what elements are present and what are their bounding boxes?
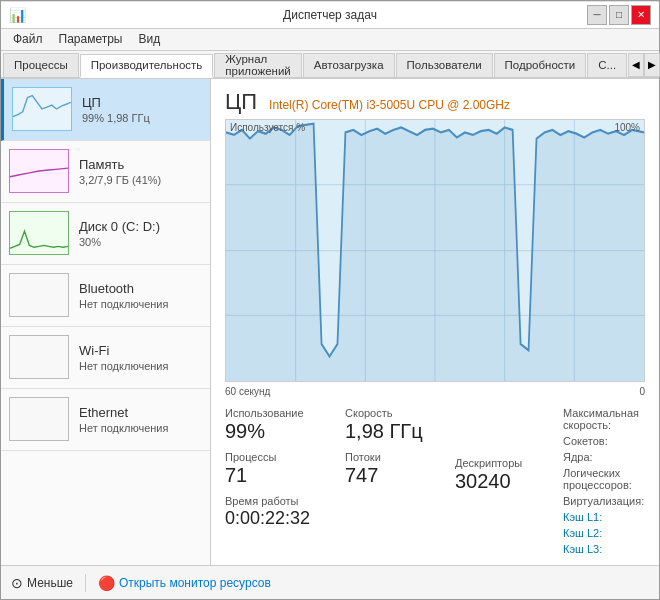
app-icon: 📊 xyxy=(9,7,26,23)
cpu-name: ЦП xyxy=(82,95,202,110)
chart-label-bottom-left: 60 секунд xyxy=(225,386,270,397)
threads-value: 747 xyxy=(345,464,455,487)
tab-bar: Процессы Производительность Журнал прило… xyxy=(1,51,659,79)
svg-rect-2 xyxy=(10,212,68,254)
restore-button[interactable]: □ xyxy=(609,5,629,25)
less-button[interactable]: ⊙ Меньше xyxy=(11,575,73,591)
tab-scroll: ◀ ▶ xyxy=(628,53,660,77)
sidebar-item-memory[interactable]: Память 3,2/7,9 ГБ (41%) xyxy=(1,141,210,203)
processes-label: Процессы xyxy=(225,451,345,463)
tab-app-history[interactable]: Журнал приложений xyxy=(214,53,301,77)
right-panel: ЦП Intel(R) Core(TM) i3-5005U CPU @ 2.00… xyxy=(211,79,659,565)
tab-users[interactable]: Пользователи xyxy=(396,53,493,77)
uptime-value: 0:00:22:32 xyxy=(225,508,345,529)
memory-detail: 3,2/7,9 ГБ (41%) xyxy=(79,174,202,186)
title-bar-left: 📊 xyxy=(9,7,26,23)
ethernet-info: Ethernet Нет подключения xyxy=(79,405,202,434)
threads-group: Потоки 747 xyxy=(345,449,455,489)
tab-more[interactable]: С... xyxy=(587,53,627,77)
memory-mini-graph xyxy=(9,149,69,193)
wifi-detail: Нет подключения xyxy=(79,360,202,372)
monitor-icon: 🔴 xyxy=(98,575,115,591)
title-bar: 📊 Диспетчер задач ─ □ ✕ xyxy=(1,1,659,29)
chart-label-topright: 100% xyxy=(614,122,640,133)
tab-scroll-left[interactable]: ◀ xyxy=(628,53,644,77)
utilization-label: Использование xyxy=(225,407,345,419)
cpu-info: ЦП 99% 1,98 ГГц xyxy=(82,95,202,124)
empty-group xyxy=(455,405,555,445)
speed-value: 1,98 ГГц xyxy=(345,420,455,443)
tab-performance[interactable]: Производительность xyxy=(80,54,214,78)
right-stats-panel: Максимальная скорость: Сокетов: Ядра: Ло… xyxy=(555,405,645,555)
uptime-label: Время работы xyxy=(225,495,345,507)
sidebar-item-ethernet[interactable]: Ethernet Нет подключения xyxy=(1,389,210,451)
utilization-group: Использование 99% xyxy=(225,405,345,445)
disk-name: Диск 0 (C: D:) xyxy=(79,219,202,234)
chart-label-bottom-right: 0 xyxy=(639,386,645,397)
logical-label: Логических процессоров: xyxy=(563,467,645,491)
menu-view[interactable]: Вид xyxy=(130,30,168,48)
tab-startup[interactable]: Автозагрузка xyxy=(303,53,395,77)
descriptors-group: Дескрипторы 30240 xyxy=(455,455,555,495)
minimize-button[interactable]: ─ xyxy=(587,5,607,25)
sidebar-item-bluetooth[interactable]: Bluetooth Нет подключения xyxy=(1,265,210,327)
main-content: ЦП 99% 1,98 ГГц Память 3,2/7,9 ГБ (41%) xyxy=(1,79,659,565)
window-frame: 📊 Диспетчер задач ─ □ ✕ Файл Параметры В… xyxy=(0,0,660,600)
utilization-value: 99% xyxy=(225,420,345,443)
threads-label: Потоки xyxy=(345,451,455,463)
stats-mid: Скорость 1,98 ГГц Потоки 747 xyxy=(345,405,455,555)
chart-labels-bottom: 60 секунд 0 xyxy=(225,386,645,397)
cpu-chart-area: Используется % 100% xyxy=(225,119,645,382)
menu-settings[interactable]: Параметры xyxy=(51,30,131,48)
chart-label-top: Используется % xyxy=(230,122,305,133)
title-bar-controls: ─ □ ✕ xyxy=(587,5,651,25)
speed-label: Скорость xyxy=(345,407,455,419)
cache-l1-label: Кэш L1: xyxy=(563,511,645,523)
memory-name: Память xyxy=(79,157,202,172)
sidebar: ЦП 99% 1,98 ГГц Память 3,2/7,9 ГБ (41%) xyxy=(1,79,211,565)
bluetooth-info: Bluetooth Нет подключения xyxy=(79,281,202,310)
menu-bar: Файл Параметры Вид xyxy=(1,29,659,51)
bluetooth-detail: Нет подключения xyxy=(79,298,202,310)
ethernet-mini-graph xyxy=(9,397,69,441)
tab-scroll-right[interactable]: ▶ xyxy=(644,53,660,77)
max-speed-label: Максимальная скорость: xyxy=(563,407,645,431)
sidebar-item-cpu[interactable]: ЦП 99% 1,98 ГГц xyxy=(1,79,210,141)
sidebar-item-disk[interactable]: Диск 0 (C: D:) 30% xyxy=(1,203,210,265)
cpu-chart-svg xyxy=(226,120,644,381)
tab-details[interactable]: Подробности xyxy=(494,53,587,77)
memory-info: Память 3,2/7,9 ГБ (41%) xyxy=(79,157,202,186)
stats-left: Использование 99% Процессы 71 Время рабо… xyxy=(225,405,345,555)
window-title: Диспетчер задач xyxy=(283,8,377,22)
tab-processes[interactable]: Процессы xyxy=(3,53,79,77)
menu-file[interactable]: Файл xyxy=(5,30,51,48)
descriptors-label: Дескрипторы xyxy=(455,457,555,469)
stats-container: Использование 99% Процессы 71 Время рабо… xyxy=(225,405,645,555)
panel-title: ЦП xyxy=(225,89,257,115)
bottom-divider xyxy=(85,574,86,592)
monitor-link[interactable]: 🔴 Открыть монитор ресурсов xyxy=(98,575,271,591)
ethernet-name: Ethernet xyxy=(79,405,202,420)
cpu-mini-graph xyxy=(12,87,72,131)
disk-mini-graph xyxy=(9,211,69,255)
bluetooth-mini-graph xyxy=(9,273,69,317)
wifi-info: Wi-Fi Нет подключения xyxy=(79,343,202,372)
ethernet-detail: Нет подключения xyxy=(79,422,202,434)
panel-subtitle: Intel(R) Core(TM) i3-5005U CPU @ 2.00GHz xyxy=(269,98,510,112)
panel-header: ЦП Intel(R) Core(TM) i3-5005U CPU @ 2.00… xyxy=(225,89,645,115)
virtual-label: Виртуализация: xyxy=(563,495,645,507)
processes-group: Процессы 71 xyxy=(225,449,345,489)
less-label: Меньше xyxy=(27,576,73,590)
descriptors-value: 30240 xyxy=(455,470,555,493)
processes-value: 71 xyxy=(225,464,345,487)
disk-detail: 30% xyxy=(79,236,202,248)
cores-label: Ядра: xyxy=(563,451,645,463)
bottom-bar: ⊙ Меньше 🔴 Открыть монитор ресурсов xyxy=(1,565,659,599)
wifi-mini-graph xyxy=(9,335,69,379)
cpu-detail: 99% 1,98 ГГц xyxy=(82,112,202,124)
close-button[interactable]: ✕ xyxy=(631,5,651,25)
cache-l3-label: Кэш L3: xyxy=(563,543,645,555)
monitor-label: Открыть монитор ресурсов xyxy=(119,576,271,590)
stats-mid2: Дескрипторы 30240 xyxy=(455,405,555,555)
sidebar-item-wifi[interactable]: Wi-Fi Нет подключения xyxy=(1,327,210,389)
